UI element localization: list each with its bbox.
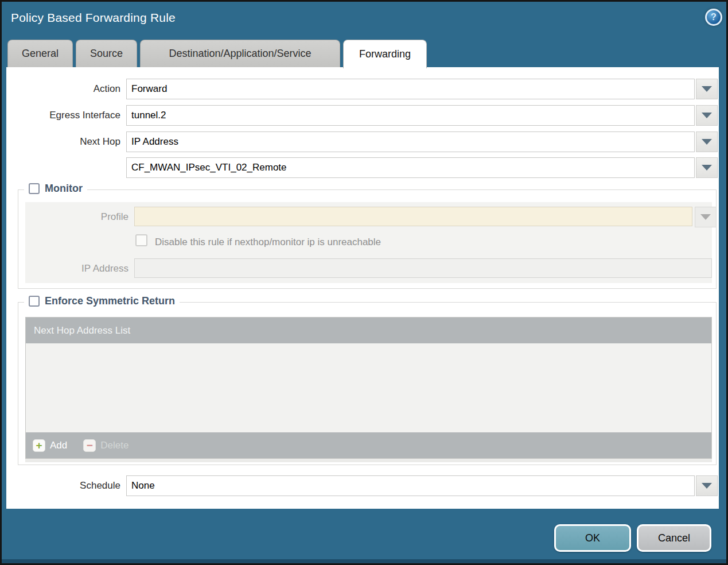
action-dropdown-button[interactable] [696,79,718,99]
tab-forwarding[interactable]: Forwarding [343,40,427,68]
action-input[interactable] [126,79,695,99]
next-hop-combo [126,131,718,152]
next-hop-dropdown-button[interactable] [696,131,718,152]
tab-source-label: Source [90,48,123,60]
schedule-dropdown-button[interactable] [696,475,718,496]
tab-general[interactable]: General [7,40,73,67]
tab-forwarding-label: Forwarding [359,48,411,60]
add-button-label: Add [50,440,67,451]
help-icon[interactable]: ? [705,9,722,26]
policy-based-forwarding-dialog: Policy Based Forwarding Rule ? General S… [0,0,728,565]
ok-button[interactable]: OK [554,524,631,552]
chevron-down-icon [702,483,712,489]
chevron-down-icon [702,139,712,145]
monitor-fieldset: Monitor Profile Disable this rule if nex… [18,189,717,289]
monitor-content: Profile Disable this rule if nexthop/mon… [25,202,712,283]
next-hop-address-dropdown-button[interactable] [696,157,718,178]
ok-button-label: OK [585,532,600,544]
forwarding-tab-panel: Action Egress Interface Next Hop Monitor [6,67,719,509]
tab-destination-label: Destination/Application/Service [169,48,311,60]
egress-interface-input[interactable] [126,105,695,126]
symmetric-return-checkbox[interactable] [29,296,40,307]
next-hop-address-combo [126,157,718,178]
schedule-combo [126,475,718,496]
next-hop-address-table-body [26,343,711,432]
profile-dropdown-button [695,207,717,227]
delete-button: − Delete [83,439,129,452]
egress-interface-label: Egress Interface [11,110,120,121]
chevron-down-icon [700,214,711,220]
schedule-input[interactable] [126,475,695,496]
window-bottom-band [2,559,726,563]
egress-interface-combo [126,105,718,126]
table-bottom-strip [25,459,712,462]
tab-general-label: General [22,48,59,60]
minus-icon: − [83,439,96,452]
action-label: Action [11,83,120,95]
egress-interface-dropdown-button[interactable] [696,105,718,126]
cancel-button-label: Cancel [658,532,690,544]
action-combo [126,79,718,99]
monitor-legend: Monitor [24,183,87,195]
next-hop-type-input[interactable] [126,131,695,152]
plus-icon: + [33,439,45,452]
next-hop-address-table-header: Next Hop Address List [26,318,711,343]
disable-rule-checkbox [135,234,147,246]
symmetric-return-legend-label: Enforce Symmetric Return [45,295,175,307]
next-hop-address-table-toolbar: + Add − Delete [26,432,711,458]
add-button[interactable]: + Add [33,439,67,452]
monitor-ip-address-label: IP Address [31,263,129,274]
chevron-down-icon [702,113,712,118]
disable-rule-label: Disable this rule if nexthop/monitor ip … [155,237,381,248]
dialog-title: Policy Based Forwarding Rule [11,11,176,25]
profile-input [134,207,692,226]
next-hop-address-table: Next Hop Address List + Add − Delete [25,317,712,459]
next-hop-address-input[interactable] [126,157,695,178]
monitor-checkbox[interactable] [29,183,40,194]
tab-source[interactable]: Source [76,40,137,67]
monitor-ip-address-input [134,258,712,278]
tab-destination-application-service[interactable]: Destination/Application/Service [140,40,340,67]
chevron-down-icon [702,86,712,92]
next-hop-label: Next Hop [11,136,120,148]
chevron-down-icon [702,165,712,171]
monitor-legend-label: Monitor [45,183,83,195]
symmetric-return-fieldset: Enforce Symmetric Return Next Hop Addres… [18,302,717,465]
schedule-label: Schedule [11,480,120,492]
symmetric-return-legend: Enforce Symmetric Return [24,295,180,307]
profile-label: Profile [31,211,129,223]
delete-button-label: Delete [100,440,129,451]
cancel-button[interactable]: Cancel [637,524,711,552]
